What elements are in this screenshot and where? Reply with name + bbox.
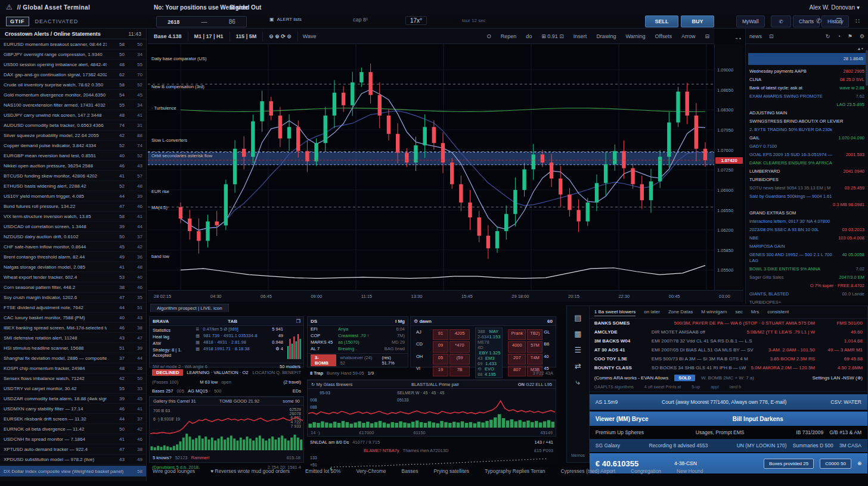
status-item[interactable]: Very-Chrome bbox=[356, 468, 386, 474]
zoom-controls[interactable]: ⊖ ⊕ ⟳ ⊙ bbox=[263, 32, 298, 41]
feed-item[interactable]: GOAL EPS 2009 15 SUD 16-3-051974 — 2001 … bbox=[748, 151, 866, 159]
alerts-button[interactable]: ▣ ALERT lists bbox=[269, 17, 302, 22]
menu-reopen[interactable]: Repen bbox=[496, 32, 522, 41]
account-tab[interactable]: sec bbox=[735, 309, 742, 316]
market-watch-row[interactable]: Corn seasonal pattern filter, 448.2 38 4… bbox=[0, 282, 146, 292]
feed-item[interactable]: Interactions lettem, 0917 30' NA 4.07800 bbox=[748, 217, 866, 226]
feed-item[interactable]: 0.3 MB 98.0981 bbox=[748, 201, 866, 209]
panel-a-row[interactable]: ▦ 981 739 · 4931.1 035334-8 49 bbox=[193, 332, 286, 339]
market-watch-row[interactable]: EURGBP mean reversion band test, 0.8551 … bbox=[0, 151, 146, 161]
market-watch-row[interactable]: VIX term-structure inversion watch, 13.8… bbox=[0, 211, 146, 222]
help-button[interactable]: cap 8¹ bbox=[353, 17, 368, 23]
feed-item[interactable]: GIANTS, BLASTED 00.0 Lande bbox=[748, 290, 866, 298]
grid-menu-icon[interactable]: ∷ bbox=[855, 17, 860, 25]
market-watch-row[interactable]: USDTRY vol carpet monitor, 30.42 55 33 bbox=[0, 384, 146, 394]
feed-item[interactable]: 28 1.8645 bbox=[748, 53, 866, 65]
feed-item[interactable]: TURBIDOPES+ bbox=[748, 298, 866, 304]
headset-icon[interactable]: ✆ bbox=[816, 17, 822, 25]
panel-a-row[interactable]: ▦ 4818 · 4931 · 2.81.98 0.948 bbox=[193, 339, 286, 345]
candlestick-chart-canvas[interactable] bbox=[148, 44, 714, 290]
panel-b-row[interactable]: MARKS 45 as (15070) MD 29 bbox=[308, 339, 408, 345]
account-tab[interactable]: consistent bbox=[767, 309, 789, 316]
clock-icon[interactable]: ◔ bbox=[837, 33, 840, 39]
feed-scrollbar[interactable] bbox=[866, 50, 868, 86]
preview-button[interactable]: 17x° bbox=[405, 16, 427, 25]
market-watch-row[interactable]: Wheat export tender tracker, 602.4 53 40 bbox=[0, 272, 146, 282]
sold-badge[interactable]: SOLD bbox=[674, 375, 695, 381]
menu-offsets[interactable]: Offsets bbox=[650, 32, 677, 41]
feed-item[interactable]: GRAND EXTRAS SOM bbox=[748, 209, 866, 217]
market-watch-row[interactable]: USDMXN carry stability filter — 17.14 46… bbox=[0, 404, 146, 414]
market-watch-row[interactable]: USDCNH fix spread monitor — 7.1864 41 46 bbox=[0, 434, 146, 444]
mid-row[interactable]: 43 69 EM3 1.433 bbox=[478, 356, 500, 366]
status-item[interactable]: Emitted lot 50% bbox=[305, 468, 341, 474]
summary-settings[interactable]: Settings LAN -NSW (⊕) bbox=[813, 375, 863, 381]
settings-icon[interactable]: ⚙ bbox=[860, 33, 864, 39]
market-watch-row[interactable]: Silver squeeze probability model, 22.64 … bbox=[0, 130, 146, 141]
market-watch-row[interactable]: EURUSD momentum breakout scanner, 08:44 … bbox=[0, 39, 146, 49]
market-watch-row[interactable]: Nikkei open auction pressure, 36254 2588… bbox=[0, 161, 146, 171]
declined-badge[interactable]: DECLINED bbox=[152, 369, 183, 376]
market-watch-row[interactable]: EURSEK riksbank drift screen — 11.32 44 … bbox=[0, 414, 146, 424]
feed-item[interactable]: CLNA 08 25.0 SVL bbox=[748, 76, 866, 84]
market-watch-row[interactable]: Soy crush margin indicator, 1202.6 47 35 bbox=[0, 292, 146, 303]
market-watch-row[interactable]: Shanghai fix deviation model, 2886 — com… bbox=[0, 353, 146, 363]
status-item[interactable]: Typography Replies Terran bbox=[485, 468, 545, 474]
panel-b-row[interactable]: AL 7 Brewing . BAG brwd bbox=[308, 345, 408, 352]
export-icon[interactable]: ⤷ bbox=[576, 378, 580, 387]
refresh-icon[interactable]: ↻ bbox=[826, 33, 830, 39]
buy-button[interactable]: BUY bbox=[681, 15, 714, 27]
market-watch-row[interactable]: Brent contango threshold alarm, 82.44 49… bbox=[0, 252, 146, 262]
cloud-icon[interactable]: 86 bbox=[229, 18, 235, 25]
bomb-badge[interactable]: 3-BOMB bbox=[311, 354, 336, 366]
feed-item[interactable]: Bank of latest cycle: ask at wave w 2.88 bbox=[748, 84, 866, 92]
account-tab[interactable]: on later bbox=[644, 309, 660, 316]
refresh-icon[interactable]: ↻ bbox=[311, 382, 315, 387]
wide-on[interactable]: ON bbox=[518, 382, 525, 387]
feed-item[interactable]: NBE 103 05.4.008 bbox=[748, 234, 866, 242]
timeframe-group[interactable]: M1 | 17 | H1 bbox=[188, 32, 230, 41]
feed-item[interactable]: EXAM AWARDS SWING PROMOTE 7.62 bbox=[748, 92, 866, 101]
market-watch-row[interactable]: BTCUSD funding skew monitor, 42806 4202 … bbox=[0, 171, 146, 181]
market-watch-row[interactable]: USDCAD oil correlation screen, 1.3448 39… bbox=[0, 222, 146, 232]
status-item[interactable]: Cypresses (tried) Airport bbox=[560, 468, 615, 474]
market-watch-row[interactable]: Sensex flows imbalance watch, 71242 42 5… bbox=[0, 373, 146, 384]
feed-item[interactable]: GENES 300 AND 19952 — 500 2.1 L 700 LAG … bbox=[748, 251, 866, 265]
menu-o[interactable]: O bbox=[482, 32, 496, 41]
menu-insert[interactable]: Insert bbox=[569, 32, 592, 41]
account-tab[interactable]: Zone Datas bbox=[668, 309, 693, 316]
status-item[interactable]: Wire good lounges bbox=[153, 468, 195, 474]
feed-item[interactable]: 2. BYTE TRADING 50% BUYER DA 230k bbox=[748, 126, 866, 134]
market-watch-row[interactable]: NAS100 overextension filter armed, 17431… bbox=[0, 100, 146, 110]
time-axis[interactable]: 28 02:1504:3006:4509:0011:1513:3015:4529… bbox=[148, 290, 743, 302]
feed-body[interactable]: ▴ ▪ 28 1.8645 Wednesday payments AAPB 28… bbox=[746, 44, 868, 304]
mywall-button[interactable]: MyWall bbox=[736, 15, 765, 27]
status-item[interactable]: New Hound bbox=[677, 468, 703, 474]
account-row-c[interactable]: Premium Up Spheres Usages, Prompt EMS IB… bbox=[590, 426, 867, 439]
feed-item[interactable]: LAG 23.5-895 bbox=[748, 101, 866, 109]
market-watch-row[interactable]: US500 session opening imbalance alert, 4… bbox=[0, 60, 146, 70]
history-row[interactable]: AT 30 AOS 41 EMI 2007/05 DI BIAS ALL 51 … bbox=[590, 345, 867, 354]
market-watch-row[interactable]: Natgas storage deviation model, 2.085 41… bbox=[0, 262, 146, 272]
account-tab[interactable]: 1 Ba sweet blowers bbox=[594, 309, 636, 316]
panel-a-row[interactable]: ≣ 0.47/km 5 Ø [989] 5 941 bbox=[193, 326, 286, 332]
panel-a-window-icon[interactable]: ❐ bbox=[296, 319, 300, 324]
user-menu[interactable]: Alex W. Donovan ▾ bbox=[809, 4, 860, 11]
panel-a-tab[interactable]: TAB bbox=[228, 319, 237, 324]
feed-item[interactable]: GAIL 1.070 04.090 bbox=[748, 134, 866, 142]
phone-button[interactable]: ✆ bbox=[771, 15, 791, 27]
feed-corner-icons[interactable]: ▴ ▪ bbox=[748, 45, 866, 52]
market-watch-row[interactable]: IBEX banking spread screen, Mid-17d-sele… bbox=[0, 323, 146, 333]
menu-window-icon[interactable]: ⊟ bbox=[700, 32, 714, 41]
market-watch-row[interactable]: Copper demand pulse indicator, 3.842 433… bbox=[0, 141, 146, 151]
market-watch-row[interactable]: FTSE dividend adjustment note, 7642 44 5… bbox=[0, 303, 146, 313]
market-watch-row[interactable]: DAX gap-and-go continuation signal, 1736… bbox=[0, 70, 146, 80]
feed-item[interactable]: MARIPOSA GAIN bbox=[748, 242, 866, 251]
market-watch-row[interactable]: SMI defensive rotation alert, 11248 43 4… bbox=[0, 333, 146, 343]
menu-drawing[interactable]: Drawing bbox=[591, 32, 621, 41]
menu-badges[interactable]: ⊞ 0.91 ⊡ bbox=[537, 32, 569, 41]
market-watch-row[interactable]: HSI stimulus headline scanner, 15688 51 … bbox=[0, 343, 146, 353]
market-watch-row[interactable]: XPDUSD substitution model — 978.2 (live)… bbox=[0, 454, 146, 465]
signed-out-label[interactable]: Signed Out bbox=[230, 4, 261, 11]
status-item[interactable]: Basses bbox=[402, 468, 418, 474]
